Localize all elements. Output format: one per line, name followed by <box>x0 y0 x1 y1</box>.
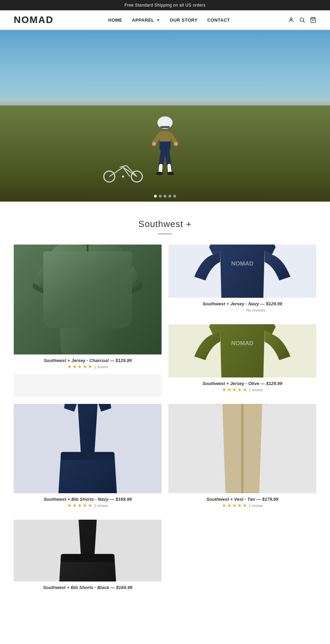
product-grid-bottom: Southwest + Bib Shorts - Navy — $169.99 … <box>14 404 316 513</box>
product-image-jersey-charcoal: NOMAD <box>14 245 162 354</box>
nav-our-story[interactable]: OUR STORY <box>170 18 198 23</box>
hero-section <box>0 30 330 202</box>
svg-rect-38 <box>61 554 114 562</box>
product-card-bib-black[interactable]: Southwest + Bib Shorts - Black — $169.99 <box>14 520 162 596</box>
nav-contact[interactable]: CONTACT <box>207 18 230 23</box>
product-card-jersey-charcoal[interactable]: NOMAD Southwest + Jersey - Charcoal — $1… <box>14 245 162 397</box>
product-info-bib-black: Southwest + Bib Shorts - Black — $169.99 <box>14 581 162 596</box>
svg-line-23 <box>160 166 161 172</box>
right-column: NOMAD Southwest + Jersey - Navy — $129.9… <box>168 245 316 397</box>
product-info-vest-tan: Southwest + Vest - Tan — $179.99 ★ ★ ★ ★… <box>168 493 316 513</box>
product-name-bib-navy: Southwest + Bib Shorts - Navy — $169.99 <box>18 497 157 502</box>
stars-jersey-olive: ★ ★ ★ ★ ★ 1 review <box>173 387 312 392</box>
svg-line-18 <box>170 135 176 143</box>
product-image-jersey-olive: NOMAD <box>168 324 316 377</box>
product-grid-last: Southwest + Bib Shorts - Black — $169.99 <box>14 520 316 596</box>
product-info-bib-navy: Southwest + Bib Shorts - Navy — $169.99 … <box>14 493 162 513</box>
empty-cell <box>168 520 316 596</box>
stars-vest-tan: ★ ★ ★ ★ ★ 1 review <box>173 503 312 508</box>
header-icons <box>288 17 316 23</box>
announcement-text: Free Standard Shipping on all US orders <box>124 3 206 8</box>
svg-point-19 <box>152 142 156 146</box>
right-bottom-col: Southwest + Vest - Tan — $179.99 ★ ★ ★ ★… <box>168 404 316 513</box>
svg-text:NOMAD: NOMAD <box>73 270 93 276</box>
svg-rect-16 <box>160 131 170 142</box>
product-card-jersey-navy[interactable]: NOMAD Southwest + Jersey - Navy — $129.9… <box>168 245 316 317</box>
product-card-bib-navy[interactable]: Southwest + Bib Shorts - Navy — $169.99 … <box>14 404 162 513</box>
collection-divider <box>158 234 172 234</box>
svg-point-1 <box>300 18 304 22</box>
product-info-jersey-charcoal: Southwest + Jersey - Charcoal — $129.99 … <box>14 354 162 374</box>
hero-person <box>144 112 186 181</box>
product-card-vest-tan[interactable]: Southwest + Vest - Tan — $179.99 ★ ★ ★ ★… <box>168 404 316 513</box>
svg-point-0 <box>290 18 292 20</box>
svg-point-25 <box>156 172 163 175</box>
main-nav: HOME APPAREL ▼ OUR STORY CONTACT <box>108 18 230 23</box>
account-icon[interactable] <box>288 17 294 23</box>
apparel-dropdown-icon: ▼ <box>156 18 160 22</box>
hero-dot-1[interactable] <box>154 195 157 197</box>
hero-dot-4[interactable] <box>168 195 171 197</box>
announcement-bar: Free Standard Shipping on all US orders <box>0 0 330 10</box>
product-image-vest-tan <box>168 404 316 493</box>
svg-text:NOMAD: NOMAD <box>231 340 254 347</box>
site-logo[interactable]: NOMAD <box>14 14 54 25</box>
nav-home[interactable]: HOME <box>108 18 122 23</box>
product-image-jersey-navy: NOMAD <box>168 245 316 298</box>
svg-line-9 <box>120 166 126 167</box>
svg-line-24 <box>169 166 170 172</box>
collection-section: Southwest + <box>0 202 330 610</box>
svg-line-17 <box>154 135 160 143</box>
product-info-jersey-navy: Southwest + Jersey - Navy — $129.99 ☆ ☆ … <box>168 298 316 317</box>
product-name-bib-black: Southwest + Bib Shorts - Black — $169.99 <box>18 585 157 590</box>
stars-jersey-navy: ☆ ☆ ☆ ☆ ☆ No reviews <box>173 307 312 313</box>
hero-bike <box>99 162 147 183</box>
svg-point-20 <box>174 142 178 146</box>
site-header: NOMAD HOME APPAREL ▼ OUR STORY CONTACT <box>0 10 330 30</box>
svg-point-26 <box>167 172 174 175</box>
product-image-bib-navy <box>14 404 162 493</box>
product-info-jersey-olive: Southwest + Jersey - Olive — $129.99 ★ ★… <box>168 377 316 397</box>
svg-line-22 <box>167 150 169 166</box>
product-card-jersey-olive[interactable]: NOMAD Southwest + Jersey - Olive — $129.… <box>168 324 316 397</box>
stars-jersey-charcoal: ★ ★ ★ ★ ★ 1 review <box>18 364 157 369</box>
svg-rect-34 <box>61 452 114 460</box>
svg-line-2 <box>303 21 305 22</box>
svg-line-21 <box>161 150 163 166</box>
hero-dot-5[interactable] <box>173 195 176 197</box>
hero-pagination <box>154 195 176 197</box>
stars-bib-navy: ★ ★ ★ ★ ★ 1 review <box>18 503 157 508</box>
product-image-bib-black <box>14 520 162 581</box>
product-name-jersey-olive: Southwest + Jersey - Olive — $129.99 <box>173 381 312 386</box>
product-name-jersey-navy: Southwest + Jersey - Navy — $129.99 <box>173 301 312 306</box>
svg-text:NOMAD: NOMAD <box>231 260 254 267</box>
cart-icon[interactable] <box>310 17 316 23</box>
product-grid-top: NOMAD Southwest + Jersey - Charcoal — $1… <box>14 245 316 397</box>
hero-dot-2[interactable] <box>159 195 162 197</box>
product-name-jersey-charcoal: Southwest + Jersey - Charcoal — $129.99 <box>18 358 157 363</box>
product-name-vest-tan: Southwest + Vest - Tan — $179.99 <box>173 497 312 502</box>
search-icon[interactable] <box>299 17 305 23</box>
collection-title: Southwest + <box>14 219 316 229</box>
hero-dot-3[interactable] <box>164 195 166 197</box>
svg-point-11 <box>122 176 124 178</box>
nav-apparel[interactable]: APPAREL ▼ <box>132 18 160 23</box>
svg-rect-14 <box>160 126 170 128</box>
